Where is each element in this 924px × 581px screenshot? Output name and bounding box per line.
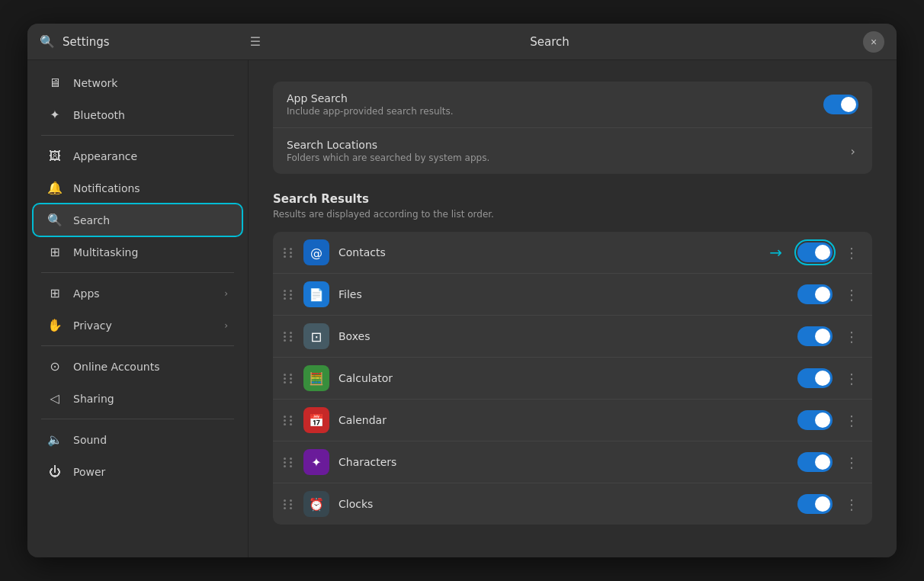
sidebar-divider-3 [41,345,234,346]
results-section-subtitle: Results are displayed according to the l… [273,209,872,220]
contacts-app-icon: @ [303,239,329,265]
sidebar-item-bluetooth[interactable]: ✦ Bluetooth [34,99,242,130]
sidebar-item-apps[interactable]: ⊞ Apps › [34,278,242,309]
sidebar-item-label: Multitasking [73,246,228,258]
sidebar-item-appearance[interactable]: 🖼 Appearance [34,140,242,172]
chevron-right-icon: › [848,144,858,159]
clocks-toggle[interactable] [797,494,833,514]
drag-handle-characters[interactable] [284,457,294,467]
result-row-clocks: ⏰ Clocks ⋮ [273,483,872,525]
sidebar-item-sharing[interactable]: ◁ Sharing [34,383,242,414]
drag-handle-boxes[interactable] [284,332,294,342]
search-locations-subtitle: Folders which are searched by system app… [287,152,848,163]
drag-handle-calendar[interactable] [284,416,294,425]
result-row-boxes: ⊡ Boxes ⋮ [273,315,872,357]
search-locations-title: Search Locations [287,139,848,151]
clocks-app-icon: ⏰ [303,491,329,517]
results-section-header: Search Results Results are displayed acc… [273,192,872,220]
app-search-toggle[interactable] [823,95,858,114]
sidebar-item-label: Network [73,77,228,89]
result-row-files: 📄 Files ⋮ [273,273,872,315]
search-icon: 🔍 [47,213,63,227]
sound-icon: 🔈 [47,432,63,447]
settings-window: 🔍 Settings ☰ Search × 🖥 Network ✦ Blueto… [27,24,897,557]
sidebar-item-power[interactable]: ⏻ Power [34,456,242,487]
sidebar-item-label: Search [73,214,228,226]
appearance-icon: 🖼 [47,149,63,163]
notifications-icon: 🔔 [47,181,63,195]
calculator-more-icon[interactable]: ⋮ [842,371,861,387]
app-search-title: App Search [287,92,823,104]
results-section-title: Search Results [273,192,872,206]
titlebar: 🔍 Settings ☰ Search × [27,24,897,60]
boxes-more-icon[interactable]: ⋮ [842,329,861,345]
files-toggle[interactable] [797,284,833,304]
contacts-more-icon[interactable]: ⋮ [842,245,861,261]
apps-icon: ⊞ [47,286,63,300]
sidebar-item-search[interactable]: 🔍 Search [34,204,242,236]
chevron-right-icon: › [224,288,228,299]
search-locations-row[interactable]: Search Locations Folders which are searc… [273,127,872,174]
sidebar-item-label: Bluetooth [73,109,228,121]
files-more-icon[interactable]: ⋮ [842,287,861,303]
characters-more-icon[interactable]: ⋮ [842,454,861,470]
window-title: Search [530,35,569,49]
sidebar-item-multitasking[interactable]: ⊞ Multitasking [34,236,242,268]
drag-handle-clocks[interactable] [284,499,294,509]
sidebar-item-label: Online Accounts [73,361,228,373]
app-search-row: App Search Include app-provided search r… [273,82,872,127]
result-row-calendar: 📅 Calendar ⋮ [273,399,872,441]
online-accounts-icon: ⊙ [47,359,63,374]
calculator-app-icon: 🧮 [303,365,329,391]
main-content: 🖥 Network ✦ Bluetooth 🖼 Appearance 🔔 Not… [27,60,897,557]
settings-title: Settings [63,35,110,49]
contacts-toggle[interactable] [797,242,833,262]
sidebar-item-privacy[interactable]: ✋ Privacy › [34,310,242,341]
calendar-app-name: Calendar [338,414,788,426]
calendar-app-icon: 📅 [303,407,329,433]
boxes-toggle[interactable] [797,326,833,346]
top-settings-card: App Search Include app-provided search r… [273,82,872,174]
characters-app-name: Characters [338,456,788,468]
calendar-more-icon[interactable]: ⋮ [842,412,861,429]
sidebar-item-label: Sound [73,434,228,446]
clocks-app-name: Clocks [338,498,788,510]
sidebar-item-sound[interactable]: 🔈 Sound [34,424,242,455]
calculator-toggle[interactable] [797,368,833,388]
characters-toggle[interactable] [797,452,833,472]
sidebar-item-label: Appearance [73,150,228,162]
chevron-right-icon: › [224,320,228,331]
sidebar-divider-1 [41,135,234,136]
sidebar-item-network[interactable]: 🖥 Network [34,67,242,98]
calendar-toggle[interactable] [797,410,833,430]
boxes-app-icon: ⊡ [303,323,329,349]
calculator-app-name: Calculator [338,372,788,384]
sidebar-item-label: Power [73,466,228,478]
drag-handle-files[interactable] [284,290,294,300]
sidebar-divider-4 [41,419,234,419]
close-button[interactable]: × [863,31,884,53]
privacy-icon: ✋ [47,318,63,332]
sidebar-item-label: Apps [73,287,213,300]
drag-handle-calculator[interactable] [284,374,294,384]
multitasking-icon: ⊞ [47,245,63,259]
titlebar-left: 🔍 Settings ☰ [40,34,261,49]
panel: App Search Include app-provided search r… [249,60,897,557]
clocks-more-icon[interactable]: ⋮ [842,496,861,512]
hamburger-icon[interactable]: ☰ [250,34,261,49]
drag-handle-contacts[interactable] [284,248,294,258]
sidebar-item-online-accounts[interactable]: ⊙ Online Accounts [34,351,242,382]
files-app-icon: 📄 [303,281,329,307]
sidebar-item-notifications[interactable]: 🔔 Notifications [34,172,242,204]
results-list: @ Contacts → ⋮ 📄 Files [273,232,872,525]
result-row-characters: ✦ Characters ⋮ [273,441,872,483]
characters-app-icon: ✦ [303,449,329,475]
power-icon: ⏻ [47,464,63,479]
bluetooth-icon: ✦ [47,108,63,122]
sidebar-item-label: Notifications [73,182,228,194]
app-search-subtitle: Include app-provided search results. [287,106,823,117]
sidebar: 🖥 Network ✦ Bluetooth 🖼 Appearance 🔔 Not… [27,60,249,557]
boxes-app-name: Boxes [338,330,788,342]
result-row-calculator: 🧮 Calculator ⋮ [273,357,872,399]
sidebar-divider-2 [41,272,234,273]
